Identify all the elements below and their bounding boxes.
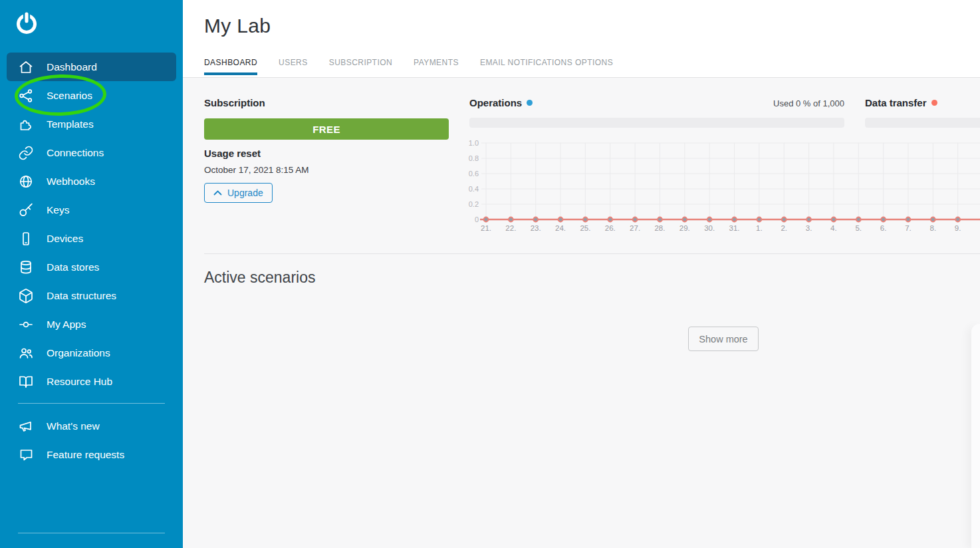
page-header: My Lab DASHBOARDUSERSSUBSCRIPTIONPAYMENT… bbox=[183, 0, 980, 78]
sidebar-item-label: Scenarios bbox=[47, 90, 92, 102]
svg-text:0.2: 0.2 bbox=[469, 200, 479, 208]
sidebar-item-feature-requests[interactable]: Feature requests bbox=[0, 440, 183, 469]
section-divider bbox=[204, 253, 980, 254]
svg-text:29.: 29. bbox=[679, 224, 690, 232]
sidebar-item-label: Webhooks bbox=[47, 176, 95, 188]
globe-icon bbox=[18, 174, 34, 190]
page-title: My Lab bbox=[204, 15, 271, 37]
svg-text:25.: 25. bbox=[580, 224, 590, 232]
sidebar-item-data-stores[interactable]: Data stores bbox=[0, 253, 183, 281]
svg-text:24.: 24. bbox=[555, 224, 566, 232]
key-icon bbox=[18, 202, 34, 218]
upgrade-button[interactable]: Upgrade bbox=[204, 183, 273, 203]
sidebar-item-whats-new[interactable]: What's new bbox=[0, 412, 183, 440]
sidebar-item-webhooks[interactable]: Webhooks bbox=[0, 167, 183, 196]
sidebar-item-connections[interactable]: Connections bbox=[0, 138, 183, 167]
active-scenarios-heading: Active scenarios bbox=[204, 269, 315, 287]
tab-users[interactable]: USERS bbox=[279, 58, 308, 75]
sidebar-item-label: Data structures bbox=[47, 290, 116, 302]
svg-text:27.: 27. bbox=[630, 224, 640, 232]
svg-text:9.: 9. bbox=[955, 224, 961, 232]
home-icon bbox=[18, 59, 34, 75]
megaphone-icon bbox=[18, 418, 34, 434]
sidebar-item-label: Keys bbox=[47, 204, 69, 216]
people-icon bbox=[18, 345, 34, 361]
chevron-up-icon bbox=[213, 190, 222, 196]
sidebar-item-label: What's new bbox=[47, 420, 100, 432]
svg-text:0.8: 0.8 bbox=[469, 154, 479, 162]
operations-progress-bar bbox=[469, 118, 844, 128]
sidebar-menu: DashboardScenariosTemplatesConnectionsWe… bbox=[0, 53, 183, 469]
svg-text:30.: 30. bbox=[704, 224, 715, 232]
sidebar-item-devices[interactable]: Devices bbox=[0, 224, 183, 253]
sidebar-item-dashboard[interactable]: Dashboard bbox=[7, 53, 176, 81]
sidebar-item-label: Devices bbox=[47, 233, 83, 245]
tab-payments[interactable]: PAYMENTS bbox=[414, 58, 459, 75]
data-transfer-progress-bar bbox=[865, 118, 980, 128]
sidebar-item-label: Connections bbox=[47, 147, 104, 159]
sidebar-divider bbox=[18, 403, 165, 404]
svg-text:1.: 1. bbox=[756, 224, 763, 232]
sidebar-bottom-divider bbox=[18, 533, 165, 533]
upgrade-label: Upgrade bbox=[227, 188, 263, 198]
show-more-button[interactable]: Show more bbox=[688, 327, 759, 351]
svg-text:6.: 6. bbox=[880, 224, 887, 232]
sidebar-item-label: My Apps bbox=[47, 319, 86, 331]
sidebar: DashboardScenariosTemplatesConnectionsWe… bbox=[0, 0, 183, 548]
data-transfer-heading: Data transfer bbox=[865, 97, 937, 108]
book-icon bbox=[18, 374, 34, 390]
integromat-logo-icon[interactable] bbox=[14, 11, 39, 37]
smartphone-icon bbox=[18, 231, 34, 247]
svg-text:0: 0 bbox=[475, 215, 479, 223]
svg-text:28.: 28. bbox=[654, 224, 665, 232]
main-content: My Lab DASHBOARDUSERSSUBSCRIPTIONPAYMENT… bbox=[183, 0, 980, 548]
svg-text:7.: 7. bbox=[905, 224, 912, 232]
sidebar-item-scenarios[interactable]: Scenarios bbox=[0, 81, 183, 110]
sidebar-item-label: Organizations bbox=[47, 347, 110, 359]
svg-text:26.: 26. bbox=[605, 224, 616, 232]
operations-dot-icon bbox=[527, 100, 533, 106]
svg-text:0.6: 0.6 bbox=[469, 170, 479, 178]
svg-text:1.0: 1.0 bbox=[469, 139, 479, 147]
svg-text:8.: 8. bbox=[930, 224, 937, 232]
sidebar-item-organizations[interactable]: Organizations bbox=[0, 339, 183, 367]
link-icon bbox=[18, 145, 34, 161]
svg-text:3.: 3. bbox=[806, 224, 812, 232]
subscription-heading: Subscription bbox=[204, 97, 265, 108]
svg-text:23.: 23. bbox=[531, 224, 541, 232]
svg-text:0.4: 0.4 bbox=[469, 185, 479, 193]
svg-text:5.: 5. bbox=[855, 224, 862, 232]
sidebar-item-resource-hub[interactable]: Resource Hub bbox=[0, 367, 183, 396]
data-transfer-dot-icon bbox=[931, 100, 937, 106]
sidebar-item-label: Feature requests bbox=[47, 449, 124, 461]
svg-text:4.: 4. bbox=[830, 224, 837, 232]
operations-heading: Operations bbox=[469, 97, 533, 108]
share-icon bbox=[18, 88, 34, 104]
operations-used-label: Used 0 % of 1,000 bbox=[773, 98, 844, 108]
node-icon bbox=[18, 317, 34, 333]
sidebar-item-label: Resource Hub bbox=[47, 376, 112, 388]
operations-usage-chart: 00.20.40.60.81.021.22.23.24.25.26.27.28.… bbox=[465, 133, 980, 238]
cube-icon bbox=[18, 288, 34, 304]
sidebar-item-data-structures[interactable]: Data structures bbox=[0, 281, 183, 310]
usage-reset-heading: Usage reset bbox=[204, 148, 261, 159]
plan-badge: FREE bbox=[204, 118, 449, 140]
chat-bubble-icon bbox=[18, 447, 34, 463]
sidebar-item-label: Templates bbox=[47, 118, 94, 130]
sidebar-item-label: Data stores bbox=[47, 261, 99, 273]
tab-bar: DASHBOARDUSERSSUBSCRIPTIONPAYMENTSEMAIL … bbox=[204, 58, 613, 75]
tab-subscription[interactable]: SUBSCRIPTION bbox=[329, 58, 392, 75]
usage-reset-date: October 17, 2021 8:15 AM bbox=[204, 165, 309, 175]
svg-text:21.: 21. bbox=[481, 224, 491, 232]
svg-text:31.: 31. bbox=[729, 224, 740, 232]
sidebar-item-templates[interactable]: Templates bbox=[0, 110, 183, 138]
tab-email-notifications-options[interactable]: EMAIL NOTIFICATIONS OPTIONS bbox=[480, 58, 613, 75]
puzzle-icon bbox=[18, 116, 34, 132]
sidebar-item-keys[interactable]: Keys bbox=[0, 196, 183, 224]
sidebar-item-label: Dashboard bbox=[47, 61, 97, 73]
svg-text:2.: 2. bbox=[781, 224, 787, 232]
tab-dashboard[interactable]: DASHBOARD bbox=[204, 58, 257, 75]
side-panel-edge bbox=[971, 324, 980, 548]
database-icon bbox=[18, 259, 34, 275]
sidebar-item-my-apps[interactable]: My Apps bbox=[0, 310, 183, 339]
